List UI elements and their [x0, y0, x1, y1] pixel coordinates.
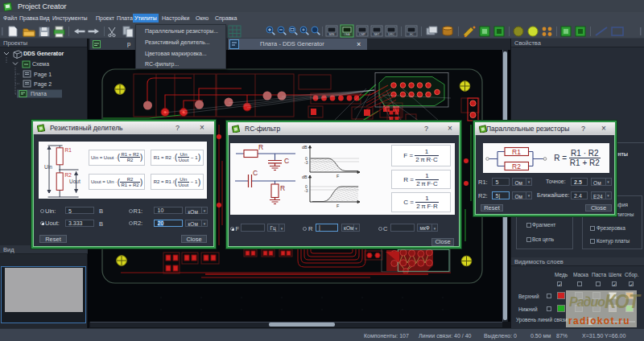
svg-text:R1: R1: [65, 147, 72, 153]
svg-text:-3: -3: [304, 188, 308, 193]
svg-text:Uin: Uin: [44, 164, 52, 170]
svg-text:CMP: CMP: [359, 33, 365, 36]
svg-text:MIN: MIN: [329, 33, 335, 36]
svg-text:R: R: [258, 143, 263, 151]
svg-text:R2: R2: [65, 172, 72, 178]
svg-text:C: C: [284, 157, 289, 165]
svg-text:DRC: DRC: [388, 33, 394, 36]
svg-text:F: F: [336, 174, 340, 179]
svg-text:F: F: [336, 203, 340, 208]
svg-text:ЭС: ЭС: [409, 33, 414, 36]
svg-text:dB: dB: [302, 175, 308, 179]
svg-text:NET: NET: [374, 33, 381, 36]
svg-text:R1: R1: [512, 148, 521, 156]
svg-text:R2: R2: [512, 162, 521, 170]
svg-text:ОБА: ОБА: [344, 33, 350, 36]
svg-text:R: R: [280, 184, 285, 192]
svg-text:-3: -3: [304, 160, 308, 165]
svg-text:C: C: [253, 169, 258, 177]
svg-text:Uout: Uout: [69, 179, 80, 184]
svg-text:dB: dB: [302, 145, 308, 150]
